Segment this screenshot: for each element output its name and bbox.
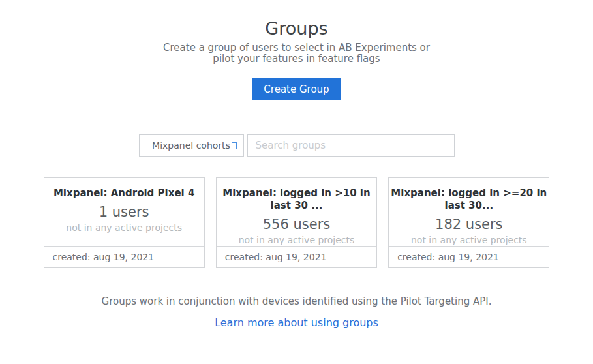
header-divider (251, 114, 342, 114)
footer-note: Groups work in conjunction with devices … (0, 296, 593, 307)
group-card-user-count: 182 users (389, 217, 549, 233)
group-card-user-count: 1 users (44, 204, 204, 220)
group-card-note: not in any active projects (44, 222, 204, 233)
group-card-note: not in any active projects (389, 235, 549, 245)
cohort-source-dropdown-label: Mixpanel cohorts (152, 140, 230, 151)
group-card-note: not in any active projects (217, 235, 376, 245)
group-card-created: created: aug 19, 2021 (217, 246, 376, 267)
page-header: Groups Create a group of users to select… (0, 0, 593, 114)
page-footer: Groups work in conjunction with devices … (0, 296, 593, 329)
filter-controls: Mixpanel cohorts (0, 134, 593, 157)
group-card-title: Mixpanel: logged in >=20 in last 30... (389, 187, 549, 212)
create-group-button[interactable]: Create Group (252, 78, 341, 100)
group-card-title: Mixpanel: Android Pixel 4 (44, 187, 204, 200)
learn-more-link[interactable]: Learn more about using groups (215, 316, 378, 329)
search-groups-input[interactable] (247, 134, 455, 157)
group-card-created: created: aug 19, 2021 (44, 246, 204, 267)
group-card[interactable]: Mixpanel: logged in >10 in last 30 ... 5… (216, 177, 377, 268)
group-card-body: Mixpanel: logged in >=20 in last 30... 1… (389, 178, 549, 246)
cohort-source-dropdown[interactable]: Mixpanel cohorts (139, 134, 244, 157)
group-card-body: Mixpanel: Android Pixel 4 1 users not in… (44, 178, 204, 246)
group-card-title: Mixpanel: logged in >10 in last 30 ... (217, 187, 376, 212)
page-subtitle-line-2: pilot your features in feature flags (0, 53, 593, 65)
group-card[interactable]: Mixpanel: Android Pixel 4 1 users not in… (44, 177, 205, 268)
group-card[interactable]: Mixpanel: logged in >=20 in last 30... 1… (388, 177, 549, 268)
square-glyph-icon (232, 142, 237, 149)
page-title: Groups (0, 18, 593, 39)
page-subtitle-line-1: Create a group of users to select in AB … (0, 42, 593, 53)
group-card-body: Mixpanel: logged in >10 in last 30 ... 5… (217, 178, 376, 246)
group-cards-row: Mixpanel: Android Pixel 4 1 users not in… (44, 177, 550, 268)
group-card-user-count: 556 users (217, 217, 376, 233)
group-card-created: created: aug 19, 2021 (389, 246, 549, 267)
page-subtitle: Create a group of users to select in AB … (0, 42, 593, 65)
